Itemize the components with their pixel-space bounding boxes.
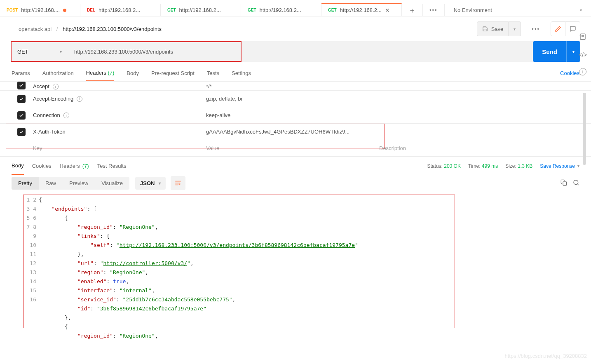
header-key: X-Auth-Token [33, 129, 206, 135]
header-key-text: Connection [33, 112, 60, 118]
subtab-headers[interactable]: Headers (7) [86, 65, 115, 81]
status-group: Status: 200 OK [427, 163, 461, 169]
tab-0[interactable]: POST http://192.168.... [0, 4, 80, 16]
tab-3[interactable]: GET http://192.168.2... [241, 4, 321, 16]
new-tab-button[interactable]: ＋ [402, 4, 423, 16]
method-badge: GET [328, 8, 337, 12]
search-icon [573, 179, 579, 186]
size-group: Size: 1.3 KB [505, 163, 532, 169]
subtab-settings[interactable]: Settings [232, 65, 251, 81]
tab-4[interactable]: GET http://192.168.2... ✕ [321, 3, 402, 16]
json-url[interactable]: http://controller:5000/v3/ [103, 260, 188, 266]
tab-title: http://192.168.... [21, 7, 60, 13]
tab-title: http://192.168.2... [260, 7, 301, 13]
wrap-button[interactable] [171, 176, 185, 190]
edit-button[interactable] [551, 21, 565, 36]
more-actions-button[interactable]: ••• [527, 21, 545, 36]
chevron-down-icon: ▾ [159, 181, 161, 186]
header-key-text: Accept-Encoding [33, 96, 73, 102]
close-icon[interactable]: ✕ [385, 7, 390, 14]
info-side-icon[interactable]: i [579, 68, 586, 75]
subtab-body[interactable]: Body [127, 65, 139, 81]
response-body: 1 2 3 4 5 6 7 8 9 10 11 12 13 14 15 16 {… [24, 195, 579, 339]
info-icon[interactable]: i [63, 113, 69, 118]
header-value-placeholder[interactable]: Value [206, 145, 379, 151]
save-response-label: Save Response [540, 163, 575, 169]
save-dropdown[interactable]: ▾ [509, 21, 521, 36]
code-icon[interactable]: </> [579, 52, 587, 58]
resp-tab-tests[interactable]: Test Results [97, 157, 127, 175]
breadcrumb: openstack api / http://192.168.233.100:5… [19, 26, 162, 32]
header-key: Connectioni [33, 112, 206, 118]
chevron-down-icon: ▾ [60, 49, 62, 54]
checkbox-checked[interactable] [17, 82, 26, 89]
header-row-connection[interactable]: Connectioni keep-alive [0, 107, 591, 124]
save-response-button[interactable]: Save Response ▾ [540, 163, 579, 169]
format-value: JSON [140, 180, 155, 186]
time-label: Time: [468, 163, 481, 169]
svg-rect-3 [563, 182, 567, 186]
environment-selector[interactable]: No Environment ▾ [445, 4, 591, 16]
view-preview[interactable]: Preview [63, 177, 95, 190]
response-toolbar: Pretty Raw Preview Visualize JSON ▾ [0, 175, 591, 191]
info-icon[interactable]: i [77, 96, 82, 102]
header-row-encoding[interactable]: Accept-Encodingi gzip, deflate, br [0, 91, 591, 107]
checkbox-checked[interactable] [17, 128, 26, 136]
time-group: Time: 499 ms [468, 163, 498, 169]
tab-2[interactable]: GET http://192.168.2... [161, 4, 241, 16]
search-button[interactable] [573, 179, 579, 187]
url-bar: GET ▾ http://192.168.233.100:5000/v3/end… [11, 41, 580, 62]
chevron-down-icon: ▾ [577, 164, 579, 168]
pencil-icon [555, 26, 561, 32]
subtab-authorization[interactable]: Authorization [42, 65, 74, 81]
checkbox-checked[interactable] [17, 95, 26, 103]
view-visualize[interactable]: Visualize [95, 177, 129, 190]
resp-tab-body[interactable]: Body [12, 157, 24, 175]
url-input[interactable]: http://192.168.233.100:5000/v3/endpoints [68, 41, 242, 62]
json-region: "RegionOne" [110, 269, 145, 275]
json-region-id-2: "RegionOne" [120, 333, 155, 339]
view-raw[interactable]: Raw [39, 177, 63, 190]
save-button[interactable]: Save [477, 21, 509, 36]
subtab-params[interactable]: Params [12, 65, 30, 81]
header-key-text: X-Auth-Token [33, 129, 66, 135]
response-status: Status: 200 OK Time: 499 ms Size: 1.3 KB… [427, 163, 579, 169]
json-service-id: "25dd1b7c6cc34abdac558e055bebc775" [123, 296, 232, 303]
header-row-accept[interactable]: Accepti */* [0, 82, 591, 91]
header-row-xauth[interactable]: X-Auth-Token gAAAAABgvNidhxcoFsJwJ_4GPes… [0, 124, 591, 140]
header-value: gAAAAABgvNidhxcoFsJwJ_4GPesBDXZZ7UOH6WTf… [206, 129, 379, 135]
resp-tab-cookies[interactable]: Cookies [32, 157, 52, 175]
save-label: Save [491, 26, 504, 32]
json-code[interactable]: { "endpoints": [ { "region_id": "RegionO… [39, 195, 579, 339]
info-icon[interactable]: i [53, 84, 59, 89]
dots-icon: ••• [532, 26, 540, 32]
checkbox-checked[interactable] [17, 111, 26, 120]
method-badge: GET [248, 8, 256, 12]
header-value: */* [206, 83, 379, 89]
subtab-tests[interactable]: Tests [207, 65, 219, 81]
docs-icon[interactable] [579, 33, 586, 42]
resp-tab-headers[interactable]: Headers(7) [60, 157, 89, 175]
header-desc-placeholder[interactable]: Description [379, 145, 591, 151]
scrollbar[interactable] [583, 93, 586, 165]
header-row-new[interactable]: Key Value Description [0, 140, 591, 157]
url-value: http://192.168.233.100:5000/v3/endpoints [74, 49, 173, 55]
view-pretty[interactable]: Pretty [12, 177, 39, 190]
tab-1[interactable]: DEL http://192.168.2... [80, 4, 161, 16]
request-tabs: POST http://192.168.... DEL http://192.1… [0, 0, 591, 16]
format-selector[interactable]: JSON ▾ [135, 177, 166, 190]
copy-button[interactable] [561, 179, 567, 187]
breadcrumb-collection[interactable]: openstack api [19, 26, 52, 32]
size-value: 1.3 KB [518, 163, 532, 169]
send-button[interactable]: Send ▾ [533, 41, 580, 62]
subtab-headers-label: Headers [86, 70, 106, 76]
headers-count: (7) [108, 70, 114, 76]
header-key-placeholder[interactable]: Key [33, 145, 206, 151]
subtab-prerequest[interactable]: Pre-request Script [151, 65, 195, 81]
tab-overflow-button[interactable]: ••• [423, 4, 445, 16]
save-group: Save ▾ [477, 21, 521, 36]
method-selector[interactable]: GET ▾ [11, 41, 68, 62]
header-value: keep-alive [206, 112, 379, 118]
json-link-self[interactable]: http://192.168.233.100:5000/v3/endpoints… [120, 242, 355, 248]
view-mode-segment: Pretty Raw Preview Visualize [12, 177, 129, 190]
